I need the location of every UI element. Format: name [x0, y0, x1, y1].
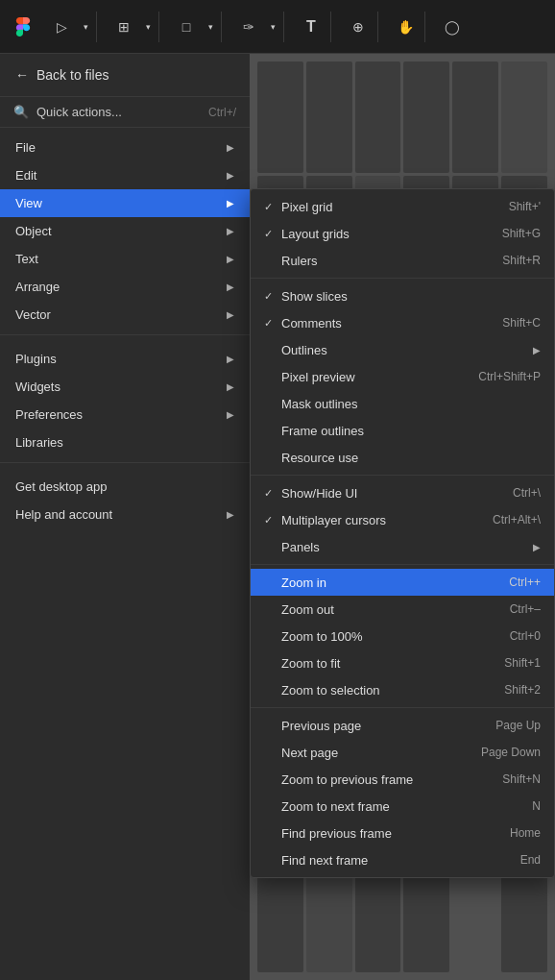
frame-tool[interactable]: ⊞	[109, 12, 139, 42]
bottom-menu-section: Get desktop app Help and account ▶	[0, 467, 250, 530]
arrange-label: Arrange	[15, 280, 60, 294]
comments-shortcut: Shift+C	[483, 316, 541, 330]
menu-item-view[interactable]: View ▶	[0, 189, 250, 217]
plugins-menu-section: Plugins ▶ Widgets ▶ Preferences ▶ Librar…	[0, 339, 250, 458]
figma-logo[interactable]	[8, 12, 38, 42]
submenu-show-slices[interactable]: ✓ Show slices	[251, 282, 554, 309]
mask-outlines-label: Mask outlines	[281, 397, 521, 411]
previous-page-shortcut: Page Up	[476, 719, 541, 732]
menu-item-file[interactable]: File ▶	[0, 134, 250, 161]
vector-label: Vector	[15, 307, 51, 322]
menu-item-help[interactable]: Help and account ▶	[0, 501, 250, 528]
object-label: Object	[15, 224, 52, 238]
tool-group-frame: ⊞ ▾	[105, 12, 159, 42]
pixel-grid-label: Pixel grid	[281, 200, 490, 214]
text-label: Text	[15, 252, 38, 266]
pen-tool-chevron[interactable]: ▾	[266, 12, 279, 42]
multiplayer-cursors-label: Multiplayer cursors	[281, 513, 473, 527]
tool-group-pen: ✑ ▾	[229, 12, 284, 42]
frame-tool-chevron[interactable]: ▾	[141, 12, 155, 42]
pen-tool[interactable]: ✑	[233, 12, 264, 42]
submenu-next-page[interactable]: Next page Page Down	[251, 739, 554, 766]
submenu-zoom-100[interactable]: Zoom to 100% Ctrl+0	[251, 623, 554, 649]
submenu-divider-2	[251, 475, 554, 476]
hand-tool[interactable]: ✋	[390, 12, 421, 42]
submenu-rulers[interactable]: Rulers Shift+R	[251, 247, 554, 274]
submenu-zoom-prev-frame[interactable]: Zoom to previous frame Shift+N	[251, 766, 554, 793]
submenu-panels[interactable]: Panels ▶	[251, 533, 554, 560]
resource-use-label: Resource use	[281, 451, 521, 465]
submenu-divider-1	[251, 278, 554, 279]
submenu-zoom-next-frame[interactable]: Zoom to next frame N	[251, 793, 554, 820]
back-to-files-button[interactable]: ← Back to files	[0, 54, 250, 97]
move-tool[interactable]: ▷	[46, 12, 77, 42]
submenu-resource-use[interactable]: Resource use	[251, 444, 554, 471]
text-tool[interactable]: T	[296, 12, 326, 42]
panels-label: Panels	[281, 540, 529, 554]
zoom-in-label: Zoom in	[281, 576, 490, 590]
rulers-label: Rulers	[281, 254, 483, 268]
previous-page-label: Previous page	[281, 719, 476, 733]
menu-item-preferences[interactable]: Preferences ▶	[0, 401, 250, 429]
object-arrow-icon: ▶	[227, 226, 234, 236]
get-desktop-label: Get desktop app	[15, 479, 107, 494]
submenu-find-prev-frame[interactable]: Find previous frame Home	[251, 820, 554, 846]
toolbar: ▷ ▾ ⊞ ▾ □ ▾ ✑ ▾ T ⊕ ✋ ◯	[0, 0, 555, 54]
show-slices-check: ✓	[264, 290, 281, 303]
quick-actions-button[interactable]: 🔍 Quick actions... Ctrl+/	[0, 97, 250, 128]
view-submenu: ✓ Pixel grid Shift+' ✓ Layout grids Shif…	[250, 188, 555, 878]
left-menu-panel: ← Back to files 🔍 Quick actions... Ctrl+…	[0, 54, 250, 980]
menu-item-widgets[interactable]: Widgets ▶	[0, 373, 250, 401]
component-tool[interactable]: ⊕	[343, 12, 374, 42]
submenu-zoom-in[interactable]: Zoom in Ctrl++	[251, 569, 554, 596]
shape-tool-chevron[interactable]: ▾	[204, 12, 217, 42]
menu-item-vector[interactable]: Vector ▶	[0, 301, 250, 329]
submenu-layout-grids[interactable]: ✓ Layout grids Shift+G	[251, 220, 554, 247]
menu-item-plugins[interactable]: Plugins ▶	[0, 345, 250, 373]
submenu-zoom-selection[interactable]: Zoom to selection Shift+2	[251, 676, 554, 703]
preferences-arrow-icon: ▶	[227, 409, 234, 420]
submenu-previous-page[interactable]: Previous page Page Up	[251, 712, 554, 739]
plugins-arrow-icon: ▶	[227, 354, 234, 364]
submenu-find-next-frame[interactable]: Find next frame End	[251, 846, 554, 873]
zoom-next-frame-shortcut: N	[513, 799, 541, 813]
edit-arrow-icon: ▶	[227, 170, 234, 181]
submenu-comments[interactable]: ✓ Comments Shift+C	[251, 309, 554, 336]
submenu-pixel-preview[interactable]: Pixel preview Ctrl+Shift+P	[251, 363, 554, 390]
find-next-frame-shortcut: End	[501, 853, 541, 867]
view-label: View	[15, 196, 42, 210]
menu-item-get-desktop[interactable]: Get desktop app	[0, 473, 250, 501]
submenu-pixel-grid[interactable]: ✓ Pixel grid Shift+'	[251, 193, 554, 220]
submenu-zoom-fit[interactable]: Zoom to fit Shift+1	[251, 649, 554, 676]
shape-tool[interactable]: □	[171, 12, 202, 42]
next-page-label: Next page	[281, 746, 462, 760]
vector-arrow-icon: ▶	[227, 309, 234, 320]
menu-item-object[interactable]: Object ▶	[0, 217, 250, 245]
menu-divider-1	[0, 334, 250, 335]
pixel-grid-shortcut: Shift+'	[490, 200, 541, 213]
menu-item-edit[interactable]: Edit ▶	[0, 161, 250, 189]
view-arrow-icon: ▶	[227, 198, 234, 208]
comments-check: ✓	[264, 317, 281, 330]
menu-item-text[interactable]: Text ▶	[0, 245, 250, 273]
menu-item-libraries[interactable]: Libraries	[0, 429, 250, 456]
submenu-zoom-out[interactable]: Zoom out Ctrl+–	[251, 596, 554, 623]
submenu-outlines[interactable]: Outlines ▶	[251, 336, 554, 363]
comment-tool[interactable]: ◯	[437, 12, 468, 42]
submenu-show-hide-ui[interactable]: ✓ Show/Hide UI Ctrl+\	[251, 479, 554, 506]
show-hide-ui-shortcut: Ctrl+\	[494, 486, 541, 500]
find-prev-frame-label: Find previous frame	[281, 826, 491, 841]
move-tool-chevron[interactable]: ▾	[79, 12, 92, 42]
submenu-frame-outlines[interactable]: Frame outlines	[251, 417, 554, 444]
show-hide-ui-label: Show/Hide UI	[281, 486, 494, 501]
file-label: File	[15, 140, 36, 155]
main-menu-section: File ▶ Edit ▶ View ▶ Object ▶ Text ▶ Arr…	[0, 128, 250, 331]
outlines-arrow-icon: ▶	[533, 345, 541, 355]
back-to-files-label: Back to files	[36, 67, 109, 83]
back-arrow-icon: ←	[15, 67, 29, 83]
submenu-multiplayer-cursors[interactable]: ✓ Multiplayer cursors Ctrl+Alt+\	[251, 506, 554, 533]
menu-item-arrange[interactable]: Arrange ▶	[0, 273, 250, 301]
widgets-label: Widgets	[15, 380, 60, 394]
submenu-mask-outlines[interactable]: Mask outlines	[251, 390, 554, 417]
zoom-100-label: Zoom to 100%	[281, 629, 491, 644]
